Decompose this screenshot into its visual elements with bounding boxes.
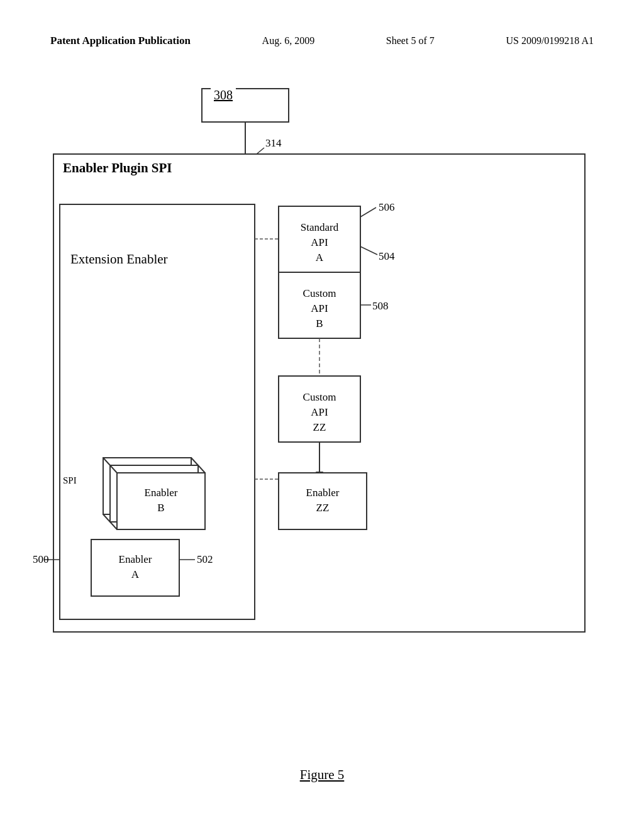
enabler-a-text: EnablerA: [91, 552, 179, 582]
enabler-b-text: EnablerB: [117, 485, 205, 516]
svg-line-25: [360, 208, 376, 217]
custom-api-zz-text: CustomAPIZZ: [279, 390, 360, 434]
svg-marker-11: [316, 472, 323, 480]
svg-marker-1: [242, 167, 249, 175]
publication-date: Aug. 6, 2009: [262, 35, 315, 47]
spi-label: SPI: [63, 475, 77, 486]
figure-caption: Figure 5: [300, 767, 345, 783]
svg-line-2: [245, 148, 264, 163]
box-308-label: 308: [211, 88, 236, 102]
standard-api-a-text: StandardAPIA: [279, 220, 360, 265]
label-506: 506: [379, 201, 395, 214]
svg-line-26: [360, 246, 377, 255]
label-314: 314: [265, 137, 282, 150]
publication-number: US 2009/0199218 A1: [506, 35, 594, 47]
figure-diagram: 308: [50, 82, 594, 742]
svg-line-22: [198, 465, 205, 473]
page-header: Patent Application Publication Aug. 6, 2…: [0, 35, 644, 47]
svg-line-24: [110, 522, 117, 529]
label-508: 508: [372, 300, 389, 313]
publication-title: Patent Application Publication: [50, 35, 191, 47]
svg-line-23: [103, 514, 110, 522]
enabler-plugin-spi-label: Enabler Plugin SPI: [63, 160, 172, 176]
extension-enabler-label: Extension Enabler: [70, 252, 168, 267]
enabler-zz-text: EnablerZZ: [279, 485, 367, 516]
sheet-info: Sheet 5 of 7: [386, 35, 435, 47]
svg-line-21: [110, 465, 117, 473]
label-502: 502: [197, 553, 213, 566]
custom-api-b-text: CustomAPIB: [279, 286, 360, 331]
label-500: 500: [33, 553, 49, 566]
label-504: 504: [379, 250, 395, 263]
svg-line-19: [103, 458, 110, 465]
svg-line-20: [191, 458, 198, 465]
